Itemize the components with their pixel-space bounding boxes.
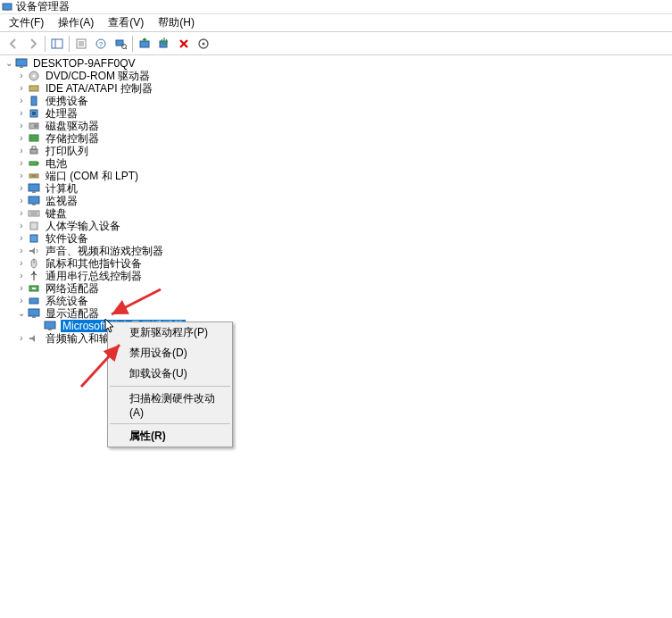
svg-line-12 bbox=[126, 47, 128, 49]
toolbar-forward[interactable] bbox=[23, 34, 43, 54]
svg-rect-2 bbox=[52, 39, 62, 48]
tree-category-battery[interactable]: › 电池 bbox=[0, 157, 672, 170]
expander-icon[interactable]: › bbox=[16, 145, 27, 157]
tree-category-audio[interactable]: › 音频输入和输出 bbox=[0, 332, 672, 345]
tree-category-computer[interactable]: › 计算机 bbox=[0, 182, 672, 195]
expander-icon[interactable]: › bbox=[16, 270, 27, 282]
category-label: DVD/CD-ROM 驱动器 bbox=[45, 70, 151, 82]
expander-icon[interactable]: › bbox=[16, 257, 27, 270]
tree-category-keyboard[interactable]: › 键盘 bbox=[0, 207, 672, 220]
toolbar-separator bbox=[69, 36, 70, 52]
toolbar-disable[interactable] bbox=[154, 34, 174, 54]
expander-icon[interactable]: › bbox=[16, 232, 27, 245]
expander-icon[interactable]: ⌄ bbox=[4, 57, 14, 70]
device-tree[interactable]: ⌄ DESKTOP-9AFF0QV › DVD/CD-ROM 驱动器 › IDE… bbox=[0, 55, 672, 347]
tree-device-basic-display[interactable]: Microsoft 基本显示适配器 bbox=[0, 320, 672, 332]
menu-view[interactable]: 查看(V) bbox=[103, 13, 149, 32]
tree-category-dvd[interactable]: › DVD/CD-ROM 驱动器 bbox=[0, 70, 672, 82]
context-properties[interactable]: 属性(R) bbox=[108, 426, 232, 447]
sound-icon bbox=[27, 245, 41, 257]
toolbar-uninstall[interactable] bbox=[174, 34, 194, 54]
toolbar-show-hide-tree[interactable] bbox=[47, 34, 67, 54]
tree-category-storage[interactable]: › 存储控制器 bbox=[0, 132, 672, 145]
expander-icon[interactable]: › bbox=[16, 170, 27, 182]
context-menu[interactable]: 更新驱动程序(P) 禁用设备(D) 卸载设备(U) 扫描检测硬件改动(A) 属性… bbox=[107, 322, 233, 447]
svg-rect-40 bbox=[32, 204, 36, 205]
tree-category-sound[interactable]: › 声音、视频和游戏控制器 bbox=[0, 245, 672, 257]
expander-icon[interactable]: › bbox=[16, 107, 27, 120]
context-separator bbox=[110, 423, 230, 424]
category-label: 鼠标和其他指针设备 bbox=[45, 257, 143, 270]
svg-rect-22 bbox=[31, 96, 37, 105]
tree-category-disk[interactable]: › 磁盘驱动器 bbox=[0, 120, 672, 132]
tree-category-network[interactable]: › 网络适配器 bbox=[0, 282, 672, 295]
menu-file[interactable]: 文件(F) bbox=[4, 13, 49, 32]
context-uninstall-device[interactable]: 卸载设备(U) bbox=[108, 363, 232, 384]
expander-icon[interactable]: › bbox=[16, 82, 27, 95]
toolbar-back[interactable] bbox=[4, 34, 23, 54]
tree-category-monitor[interactable]: › 监视器 bbox=[0, 195, 672, 207]
svg-rect-31 bbox=[29, 162, 37, 165]
svg-text:?: ? bbox=[99, 40, 104, 48]
svg-rect-30 bbox=[32, 146, 36, 149]
expander-icon[interactable]: › bbox=[16, 220, 27, 232]
category-label: 计算机 bbox=[45, 182, 79, 195]
tree-category-processor[interactable]: › 处理器 bbox=[0, 107, 672, 120]
toolbar-properties[interactable] bbox=[71, 34, 91, 54]
tree-root[interactable]: ⌄ DESKTOP-9AFF0QV bbox=[0, 57, 672, 70]
expander-icon[interactable]: › bbox=[16, 182, 27, 195]
svg-point-20 bbox=[33, 75, 36, 78]
svg-rect-32 bbox=[37, 163, 39, 164]
expander-icon[interactable]: › bbox=[16, 132, 27, 145]
svg-point-36 bbox=[35, 175, 37, 177]
category-label: 便携设备 bbox=[45, 95, 89, 107]
category-label: 磁盘驱动器 bbox=[45, 120, 100, 132]
category-label: 软件设备 bbox=[45, 232, 89, 245]
context-scan-hardware[interactable]: 扫描检测硬件改动(A) bbox=[108, 388, 232, 422]
expander-icon[interactable]: › bbox=[16, 95, 27, 107]
tree-category-system[interactable]: › 系统设备 bbox=[0, 295, 672, 307]
category-label: 系统设备 bbox=[45, 295, 89, 307]
toolbar-help[interactable]: ? bbox=[91, 34, 111, 54]
svg-point-26 bbox=[34, 124, 37, 128]
svg-rect-52 bbox=[29, 309, 39, 316]
svg-rect-55 bbox=[48, 329, 52, 330]
category-label: 键盘 bbox=[45, 207, 68, 220]
tree-category-printqueue[interactable]: › 打印队列 bbox=[0, 145, 672, 157]
toolbar-scan[interactable] bbox=[111, 34, 130, 54]
context-update-driver[interactable]: 更新驱动程序(P) bbox=[108, 322, 232, 343]
port-icon bbox=[27, 170, 41, 182]
tree-category-usb[interactable]: › 通用串行总线控制器 bbox=[0, 270, 672, 282]
tree-category-software[interactable]: › 软件设备 bbox=[0, 232, 672, 245]
toolbar-update-driver[interactable] bbox=[135, 34, 154, 54]
expander-icon[interactable]: › bbox=[16, 207, 27, 220]
category-label: 监视器 bbox=[45, 195, 79, 207]
svg-rect-53 bbox=[32, 316, 36, 318]
expander-icon[interactable]: › bbox=[16, 195, 27, 207]
context-disable-device[interactable]: 禁用设备(D) bbox=[108, 343, 232, 363]
menu-action[interactable]: 操作(A) bbox=[53, 13, 99, 32]
category-label: 处理器 bbox=[45, 107, 79, 120]
tree-category-hid[interactable]: › 人体学输入设备 bbox=[0, 220, 672, 232]
expander-icon[interactable]: › bbox=[16, 282, 27, 295]
tree-category-portable[interactable]: › 便携设备 bbox=[0, 95, 672, 107]
expander-icon[interactable]: › bbox=[16, 245, 27, 257]
expander-icon[interactable]: › bbox=[16, 157, 27, 170]
tree-category-display[interactable]: ⌄ 显示适配器 bbox=[0, 307, 672, 320]
toolbar-scan-changes[interactable] bbox=[194, 34, 213, 54]
expander-icon[interactable]: › bbox=[16, 120, 27, 132]
menu-help[interactable]: 帮助(H) bbox=[153, 13, 200, 32]
tree-category-ports[interactable]: › 端口 (COM 和 LPT) bbox=[0, 170, 672, 182]
title-bar: 设备管理器 bbox=[0, 0, 672, 14]
category-label: 网络适配器 bbox=[45, 282, 100, 295]
category-label: 端口 (COM 和 LPT) bbox=[45, 170, 139, 182]
svg-rect-24 bbox=[32, 112, 36, 115]
expander-icon[interactable]: ⌄ bbox=[16, 307, 27, 320]
tree-category-ide[interactable]: › IDE ATA/ATAPI 控制器 bbox=[0, 82, 672, 95]
category-label: IDE ATA/ATAPI 控制器 bbox=[45, 82, 153, 95]
expander-icon[interactable]: › bbox=[16, 332, 27, 345]
system-icon bbox=[27, 295, 41, 307]
expander-icon[interactable]: › bbox=[16, 70, 27, 82]
expander-icon[interactable]: › bbox=[16, 295, 27, 307]
tree-category-mouse[interactable]: › 鼠标和其他指针设备 bbox=[0, 257, 672, 270]
